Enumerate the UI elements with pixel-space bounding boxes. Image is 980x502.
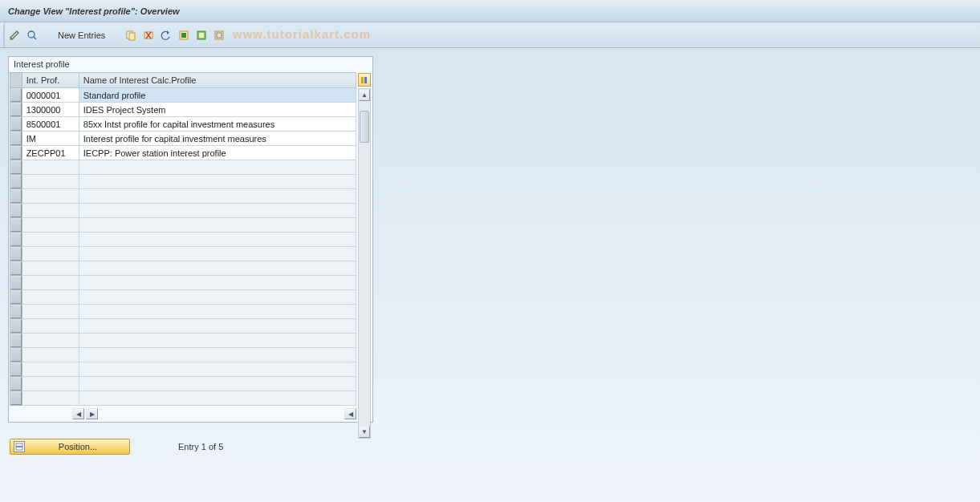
row-selector[interactable]	[10, 146, 22, 160]
interest-profile-group: Interest profile Int. Prof. Name of Inte…	[8, 56, 373, 423]
cell-name[interactable]	[79, 362, 356, 377]
toggle-change-icon[interactable]	[6, 27, 22, 43]
scroll-track[interactable]	[359, 101, 370, 426]
cell-int-prof[interactable]	[22, 391, 79, 406]
hscroll-col1-right[interactable]: ▶	[86, 408, 98, 419]
table-row-empty	[10, 189, 356, 204]
new-entries-button[interactable]: New Entries	[51, 29, 112, 42]
cell-name[interactable]	[79, 276, 356, 290]
row-selector[interactable]	[10, 290, 22, 304]
cell-int-prof[interactable]: 8500001	[22, 117, 79, 132]
cell-name[interactable]	[79, 160, 356, 175]
row-selector[interactable]	[10, 88, 22, 102]
scroll-thumb[interactable]	[360, 111, 369, 143]
hscroll-col1-left[interactable]: ◀	[72, 408, 84, 419]
cell-name[interactable]	[79, 247, 356, 261]
cell-name[interactable]	[79, 305, 356, 319]
hscroll-col2-left[interactable]: ◀	[344, 408, 356, 419]
scroll-down-button[interactable]: ▼	[359, 426, 370, 438]
cell-int-prof[interactable]	[22, 305, 79, 319]
row-selector[interactable]	[10, 348, 22, 362]
table-row: 1300000IDES Project System	[10, 103, 356, 117]
table-row-empty	[10, 175, 356, 189]
cell-name[interactable]	[79, 319, 356, 334]
row-selector[interactable]	[10, 391, 22, 405]
row-selector[interactable]	[10, 189, 22, 203]
delete-icon[interactable]	[140, 27, 157, 43]
vertical-scrollbar[interactable]: ▲ ▼	[358, 88, 371, 439]
select-block-icon[interactable]	[193, 27, 209, 43]
cell-name[interactable]	[79, 290, 356, 305]
cell-int-prof[interactable]: 0000001	[22, 88, 79, 103]
cell-name[interactable]	[79, 175, 356, 189]
row-selector[interactable]	[10, 261, 22, 275]
undo-icon[interactable]	[158, 27, 174, 43]
cell-int-prof[interactable]	[22, 261, 79, 276]
row-selector[interactable]	[10, 334, 22, 347]
svg-rect-10	[199, 33, 204, 38]
deselect-all-icon[interactable]	[211, 27, 227, 43]
table-row-empty	[10, 218, 356, 233]
table-settings-button[interactable]	[358, 73, 371, 87]
column-header-name[interactable]: Name of Interest Calc.Profile	[79, 73, 356, 88]
cell-int-prof[interactable]	[22, 348, 79, 362]
row-selector[interactable]	[10, 160, 22, 174]
cell-int-prof[interactable]	[22, 362, 79, 377]
cell-name[interactable]	[79, 218, 356, 233]
cell-int-prof[interactable]	[22, 233, 79, 247]
table-row: ZECPP01IECPP: Power station interest pro…	[10, 146, 356, 160]
cell-int-prof[interactable]	[22, 334, 79, 348]
row-selector[interactable]	[10, 218, 22, 232]
cell-int-prof[interactable]	[22, 218, 79, 233]
cell-name[interactable]	[79, 189, 356, 204]
row-selector[interactable]	[10, 103, 22, 116]
row-selector[interactable]	[10, 319, 22, 333]
cell-name[interactable]: IDES Project System	[79, 103, 356, 117]
cell-int-prof[interactable]	[22, 290, 79, 305]
cell-name[interactable]	[79, 233, 356, 247]
row-selector[interactable]	[10, 175, 22, 188]
content-area: Interest profile Int. Prof. Name of Inte…	[0, 48, 980, 502]
copy-icon[interactable]	[123, 27, 139, 43]
row-selector-header[interactable]	[10, 73, 22, 88]
row-selector[interactable]	[10, 117, 22, 131]
entry-count-label: Entry 1 of 5	[178, 442, 223, 451]
table-row-empty	[10, 204, 356, 218]
cell-int-prof[interactable]	[22, 189, 79, 204]
cell-name[interactable]: Interest profile for capital investment …	[79, 132, 356, 146]
table-row-empty	[10, 305, 356, 319]
position-button[interactable]: Position...	[10, 439, 130, 455]
cell-int-prof[interactable]	[22, 377, 79, 391]
svg-rect-13	[361, 77, 364, 83]
cell-int-prof[interactable]	[22, 175, 79, 189]
cell-int-prof[interactable]: IM	[22, 132, 79, 146]
cell-int-prof[interactable]	[22, 319, 79, 334]
cell-int-prof[interactable]	[22, 204, 79, 218]
row-selector[interactable]	[10, 377, 22, 391]
cell-int-prof[interactable]: 1300000	[22, 103, 79, 117]
column-header-int-prof[interactable]: Int. Prof.	[22, 73, 79, 88]
row-selector[interactable]	[10, 233, 22, 246]
select-all-icon[interactable]	[176, 27, 192, 43]
row-selector[interactable]	[10, 247, 22, 261]
cell-name[interactable]: 85xx Intst profile for capital investmen…	[79, 117, 356, 132]
cell-name[interactable]	[79, 204, 356, 218]
cell-name[interactable]	[79, 261, 356, 276]
cell-int-prof[interactable]: ZECPP01	[22, 146, 79, 160]
cell-name[interactable]: IECPP: Power station interest profile	[79, 146, 356, 160]
cell-name[interactable]	[79, 348, 356, 362]
cell-name[interactable]	[79, 334, 356, 348]
cell-int-prof[interactable]	[22, 276, 79, 290]
details-icon[interactable]	[24, 27, 40, 43]
cell-name[interactable]	[79, 391, 356, 406]
row-selector[interactable]	[10, 362, 22, 376]
row-selector[interactable]	[10, 132, 22, 145]
cell-name[interactable]: Standard profile	[79, 88, 356, 103]
cell-name[interactable]	[79, 377, 356, 391]
row-selector[interactable]	[10, 305, 22, 318]
cell-int-prof[interactable]	[22, 160, 79, 175]
scroll-up-button[interactable]: ▲	[359, 89, 370, 101]
row-selector[interactable]	[10, 276, 22, 289]
row-selector[interactable]	[10, 204, 22, 217]
cell-int-prof[interactable]	[22, 247, 79, 261]
